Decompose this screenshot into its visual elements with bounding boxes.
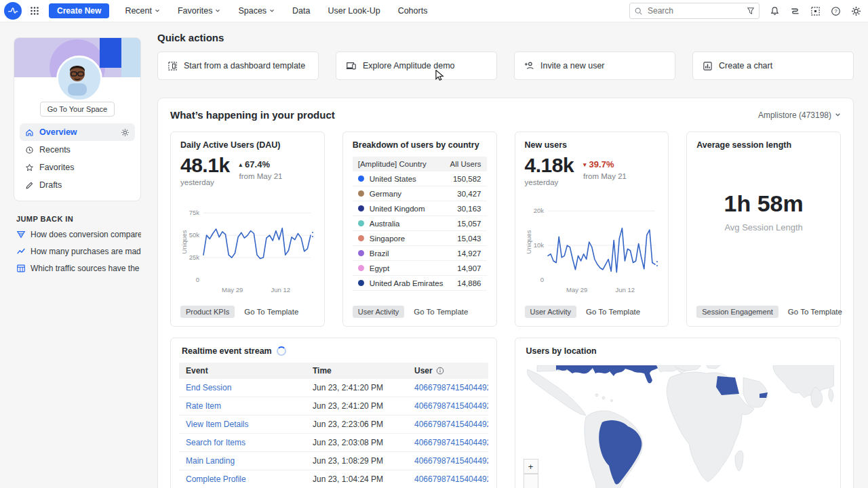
map-mexico (527, 369, 586, 415)
go-to-template-link[interactable]: Go To Template (586, 308, 640, 316)
country-table: [Amplitude] CountryAll Users United Stat… (353, 157, 487, 291)
sidebar: Go To Your Space OverviewRecentsFavorite… (14, 37, 141, 281)
jump-back-item[interactable]: How many purchases are made ... (16, 247, 141, 256)
qaInvite-icon (524, 61, 534, 70)
sidebar-item-recents[interactable]: Recents (20, 141, 135, 159)
avatar[interactable] (56, 56, 102, 102)
funnel-icon (16, 230, 26, 239)
qaDemo-icon (346, 61, 357, 70)
amplitude-logo-icon[interactable] (4, 2, 22, 20)
svg-text:Uniques: Uniques (180, 230, 188, 253)
event-row: Search for ItemsJun 23, 2:03:08 PM406679… (179, 434, 488, 452)
user-id-link[interactable]: 4066798741540449281 (414, 401, 488, 411)
svg-text:May 29: May 29 (566, 286, 587, 293)
user-id-link[interactable]: 4066798741540449281 (414, 474, 488, 484)
live-spinner-icon (277, 346, 286, 356)
jump-back-item[interactable]: Which traffic sources have the hi... (16, 264, 141, 273)
svg-text:75k: 75k (189, 209, 200, 216)
map-zoom-in-button[interactable]: + (524, 459, 538, 474)
templates-icon[interactable] (810, 6, 821, 16)
country-color-dot (358, 235, 364, 241)
template-badge[interactable]: Session Engagement (696, 306, 778, 318)
help-icon[interactable]: ? (831, 6, 841, 16)
project-picker[interactable]: Amplistore (473198) (758, 110, 841, 120)
dau-value-caption: yesterday (180, 178, 230, 186)
go-to-template-link[interactable]: Go To Template (414, 308, 468, 316)
jump-back-item[interactable]: How does conversion compare b... (16, 230, 141, 239)
event-row: Rate ItemJun 23, 2:41:20 PM4066798741540… (179, 397, 488, 415)
country-row-egypt[interactable]: Egypt14,907 (353, 261, 487, 276)
sidebar-item-drafts[interactable]: Drafts (20, 176, 135, 194)
svg-text:0: 0 (540, 276, 543, 283)
search-box[interactable] (629, 3, 760, 19)
user-id-link[interactable]: 4066798741540449281 (414, 383, 488, 392)
event-link[interactable]: View Item Details (186, 420, 248, 429)
go-to-template-link[interactable]: Go To Template (788, 308, 842, 316)
user-id-link[interactable]: 4066798741540449281 (414, 456, 488, 466)
country-row-brazil[interactable]: Brazil14,927 (353, 246, 487, 261)
quick-action-explore-amplitude-demo[interactable]: Explore Amplitude demo (336, 52, 497, 80)
sidebar-item-favorites[interactable]: Favorites (20, 159, 135, 176)
event-link[interactable]: Search for Items (186, 438, 245, 447)
country-row-united-kingdom[interactable]: United Kingdom30,163 (353, 201, 487, 216)
world-map[interactable] (524, 365, 833, 488)
event-link[interactable]: Rate Item (186, 401, 221, 411)
nav-item-spaces[interactable]: Spaces (229, 0, 283, 22)
create-new-button[interactable]: Create New (49, 3, 109, 18)
space-settings-gear-icon[interactable] (121, 128, 130, 137)
quick-action-create-a-chart[interactable]: Create a chart (692, 52, 854, 80)
user-id-link[interactable]: 4066798741540449281 (414, 438, 488, 447)
event-row: Complete ProfileJun 23, 1:04:24 PM406679… (179, 470, 488, 488)
event-link[interactable]: End Session (186, 383, 231, 392)
nav-item-cohorts[interactable]: Cohorts (389, 0, 437, 22)
new-users-value-caption: yesterday (525, 178, 574, 186)
quick-action-start-from-a-dashboard-template[interactable]: Start from a dashboard template (157, 52, 319, 80)
user-id-link[interactable]: 4066798741540449281 (414, 420, 488, 429)
event-table: Event Time User End SessionJun 23, 2:41:… (179, 363, 488, 488)
go-to-template-link[interactable]: Go To Template (244, 308, 298, 316)
country-color-dot (358, 265, 364, 271)
chevron-down-icon (269, 8, 275, 14)
trend-icon (16, 247, 26, 256)
map-zoom-out-button[interactable] (524, 474, 538, 488)
country-color-dot (358, 190, 364, 197)
nav-item-user-look-up[interactable]: User Look-Up (319, 0, 389, 22)
apps-grid-icon[interactable] (30, 6, 39, 16)
country-row-singapore[interactable]: Singapore15,043 (353, 231, 487, 246)
nav-item-favorites[interactable]: Favorites (169, 0, 229, 22)
sidebar-item-overview[interactable]: Overview (20, 123, 135, 141)
nav-item-recent[interactable]: Recent (116, 0, 169, 22)
country-row-germany[interactable]: Germany30,427 (353, 186, 487, 201)
nav-item-data[interactable]: Data (283, 0, 319, 22)
quick-actions-title: Quick actions (157, 32, 854, 43)
notifications-bell-icon[interactable] (770, 6, 780, 16)
info-icon[interactable] (436, 367, 444, 375)
template-badge[interactable]: User Activity (525, 306, 577, 318)
event-link[interactable]: Main Landing (186, 456, 235, 466)
search-input[interactable] (646, 5, 747, 16)
dau-delta-caption: from May 21 (239, 172, 283, 180)
clock-icon (25, 146, 34, 155)
map-florida-highlight (625, 365, 658, 384)
map-asia (773, 365, 834, 398)
nav-menu: RecentFavoritesSpacesDataUser Look-UpCoh… (116, 0, 436, 22)
svg-text:Jun 12: Jun 12 (271, 286, 290, 293)
profile-card: Go To Your Space OverviewRecentsFavorite… (14, 37, 141, 201)
country-row-united-arab-emirates[interactable]: United Arab Emirates14,886 (353, 276, 487, 291)
qaChart-icon (703, 61, 713, 71)
country-row-australia[interactable]: Australia15,057 (353, 216, 487, 231)
country-row-united-states[interactable]: United States150,582 (353, 171, 487, 186)
template-badge[interactable]: Product KPIs (180, 306, 235, 318)
filter-funnel-icon[interactable] (747, 7, 755, 15)
map-madagascar (735, 451, 743, 471)
country-color-dot (358, 205, 364, 211)
event-time: Jun 23, 1:04:24 PM (306, 474, 408, 484)
event-link[interactable]: Complete Profile (186, 474, 246, 484)
journeys-icon[interactable] (790, 6, 800, 16)
down-arrow-icon: ▾ (583, 161, 587, 168)
settings-gear-icon[interactable] (851, 6, 861, 16)
template-badge[interactable]: User Activity (353, 306, 405, 318)
go-to-your-space-button[interactable]: Go To Your Space (40, 102, 115, 117)
quick-action-invite-a-new-user[interactable]: Invite a new user (514, 52, 675, 80)
svg-text:?: ? (834, 8, 837, 14)
